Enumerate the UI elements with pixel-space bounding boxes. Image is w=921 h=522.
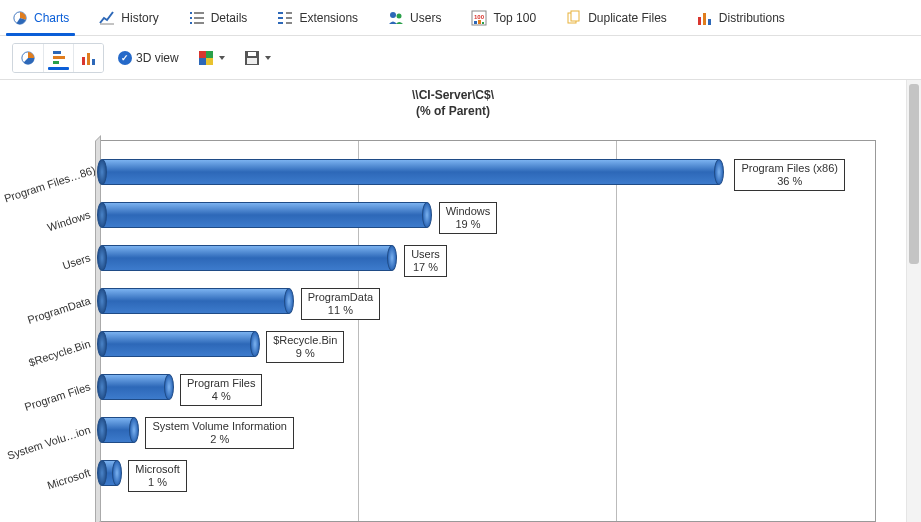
pie-chart-icon xyxy=(12,10,28,26)
svg-rect-3 xyxy=(190,17,192,19)
chart-category-label: $Recycle.Bin xyxy=(3,337,92,376)
chart-data-label: Users17 % xyxy=(404,245,447,277)
svg-rect-19 xyxy=(482,22,484,24)
chart-bar: System Volume Information2 % xyxy=(101,417,875,443)
chart-category-label: Program Files xyxy=(3,380,92,419)
chart-category-label: ProgramData xyxy=(3,294,92,333)
svg-text:100: 100 xyxy=(474,14,485,20)
svg-point-13 xyxy=(390,12,396,18)
svg-rect-1 xyxy=(190,12,192,14)
color-palette-icon xyxy=(199,51,213,65)
tab-label: Top 100 xyxy=(493,11,536,25)
top100-icon: 100 xyxy=(471,10,487,26)
tab-extensions[interactable]: Extensions xyxy=(273,0,362,35)
users-icon xyxy=(388,10,404,26)
chart-viewport: \\CI-Server\C$\ (% of Parent) Program Fi… xyxy=(0,80,921,522)
chart-type-hbar-button[interactable] xyxy=(43,44,73,72)
chart-category-label: Users xyxy=(3,251,92,290)
svg-rect-2 xyxy=(194,12,204,14)
svg-rect-17 xyxy=(474,21,477,24)
tab-label: Details xyxy=(211,11,248,25)
chart-type-pie-button[interactable] xyxy=(13,44,43,72)
chart-data-label: Windows19 % xyxy=(439,202,498,234)
save-dropdown[interactable] xyxy=(239,44,277,72)
tab-label: Charts xyxy=(34,11,69,25)
tab-label: Users xyxy=(410,11,441,25)
chevron-down-icon xyxy=(265,56,271,60)
chart-bar: Users17 % xyxy=(101,245,875,271)
extensions-icon xyxy=(277,10,293,26)
details-list-icon xyxy=(189,10,205,26)
toolbar: ✓ 3D view xyxy=(0,36,921,80)
chart-category-label: System Volu…ion xyxy=(3,423,92,462)
tabstrip: Charts History Details Extensions Users … xyxy=(0,0,921,36)
svg-rect-18 xyxy=(478,20,481,24)
chart-bar: Windows19 % xyxy=(101,202,875,228)
tab-label: Extensions xyxy=(299,11,358,25)
tab-details[interactable]: Details xyxy=(185,0,252,35)
chart-bar: Microsoft1 % xyxy=(101,460,875,486)
svg-rect-4 xyxy=(194,17,204,19)
svg-rect-11 xyxy=(286,17,292,19)
history-icon xyxy=(99,10,115,26)
chart-bar: ProgramData11 % xyxy=(101,288,875,314)
tab-duplicate-files[interactable]: Duplicate Files xyxy=(562,0,671,35)
tab-users[interactable]: Users xyxy=(384,0,445,35)
svg-rect-12 xyxy=(286,22,292,24)
save-icon xyxy=(245,51,259,65)
svg-point-14 xyxy=(397,13,402,18)
chart-data-label: ProgramData11 % xyxy=(301,288,380,320)
svg-rect-21 xyxy=(571,11,579,21)
chart-y-axis-labels: Program Files…86)WindowsUsersProgramData… xyxy=(0,140,94,522)
chart-data-label: System Volume Information2 % xyxy=(145,417,294,449)
distributions-icon xyxy=(697,10,713,26)
toggle-3d-view[interactable]: ✓ 3D view xyxy=(112,44,185,72)
vertical-scrollbar[interactable] xyxy=(906,80,921,522)
tab-label: History xyxy=(121,11,158,25)
tab-label: Distributions xyxy=(719,11,785,25)
svg-rect-9 xyxy=(278,22,283,24)
color-scheme-dropdown[interactable] xyxy=(193,44,231,72)
tab-label: Duplicate Files xyxy=(588,11,667,25)
chart-plot-area: Program Files (x86)36 %Windows19 %Users1… xyxy=(100,140,876,522)
tab-distributions[interactable]: Distributions xyxy=(693,0,789,35)
scrollbar-thumb[interactable] xyxy=(909,84,919,264)
svg-rect-10 xyxy=(286,12,292,14)
chart-category-label: Microsoft xyxy=(3,466,92,505)
toggle-3d-label: 3D view xyxy=(136,51,179,65)
chart-bar: $Recycle.Bin9 % xyxy=(101,331,875,357)
chart-data-label: Program Files (x86)36 % xyxy=(734,159,845,191)
chart-type-vbar-button[interactable] xyxy=(73,44,103,72)
svg-rect-8 xyxy=(278,17,283,19)
chart-title: \\CI-Server\C$\ (% of Parent) xyxy=(0,88,906,119)
chart-category-label: Program Files…86) xyxy=(3,165,92,204)
chart-bar: Program Files (x86)36 % xyxy=(101,159,875,185)
svg-rect-5 xyxy=(190,22,192,24)
svg-rect-6 xyxy=(194,22,204,24)
chart-data-label: Microsoft1 % xyxy=(128,460,187,492)
tab-history[interactable]: History xyxy=(95,0,162,35)
chart-data-label: $Recycle.Bin9 % xyxy=(266,331,344,363)
tab-top100[interactable]: 100 Top 100 xyxy=(467,0,540,35)
svg-rect-7 xyxy=(278,12,283,14)
chevron-down-icon xyxy=(219,56,225,60)
chart-bar: Program Files4 % xyxy=(101,374,875,400)
chart-type-group xyxy=(12,43,104,73)
chart-category-label: Windows xyxy=(3,208,92,247)
duplicate-files-icon xyxy=(566,10,582,26)
check-circle-icon: ✓ xyxy=(118,51,132,65)
tab-charts[interactable]: Charts xyxy=(8,0,73,35)
chart-data-label: Program Files4 % xyxy=(180,374,262,406)
